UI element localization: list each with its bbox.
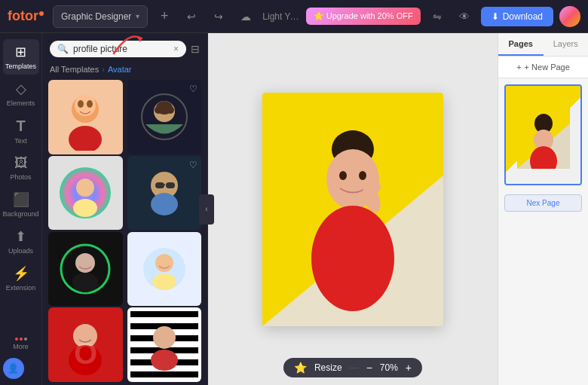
extension-icon: ⚡ <box>13 265 29 282</box>
redo-icon: ↪ <box>214 11 223 23</box>
plus-icon: + <box>516 63 521 72</box>
share-button[interactable]: ⇋ <box>427 6 448 27</box>
file-title: Light Yellow Simple Profile Pict... <box>262 11 299 22</box>
filter-button[interactable]: ⊟ <box>191 43 200 55</box>
eye-icon: 👁 <box>459 11 470 23</box>
tool-selector[interactable]: Graphic Designer ▾ <box>53 5 148 28</box>
sidebar-item-elements[interactable]: ◇ Elements <box>3 76 39 112</box>
canvas-person-illustration <box>277 115 428 326</box>
next-page-button[interactable]: Nex Page <box>504 194 582 212</box>
search-icon: 🔍 <box>57 44 69 54</box>
sidebar-icons: ⊞ Templates ◇ Elements T Text 🖼 Photos ⬛… <box>0 33 42 385</box>
undo-icon: ↩ <box>187 11 196 23</box>
breadcrumb-current: Avatar <box>108 65 132 74</box>
breadcrumb: All Templates › Avatar <box>42 62 207 80</box>
zoom-level: 70% <box>380 362 398 373</box>
templates-panel: 🔍 × ⊟ All Templates › Avatar <box>42 33 208 385</box>
sidebar-bottom: More 👤 <box>3 333 39 379</box>
svg-point-37 <box>345 130 360 145</box>
logo-dot <box>39 11 44 16</box>
canvas-bottom-bar: ⭐ Resize — − 70% + <box>283 358 422 377</box>
undo-button[interactable]: ↩ <box>181 6 202 27</box>
template-card-7[interactable]: O <box>48 307 123 382</box>
upgrade-button[interactable]: ⭐ Upgrade with 20% OFF <box>306 8 421 25</box>
sidebar-item-text[interactable]: T Text <box>3 113 39 149</box>
sidebar-item-more[interactable]: More <box>3 333 39 355</box>
arrow-indicator <box>110 33 148 60</box>
sidebar-item-photos[interactable]: 🖼 Photos <box>3 151 39 185</box>
right-panel-tabs: Pages Layers <box>498 33 588 57</box>
user-icon: 👤 <box>8 363 19 374</box>
template-card-4[interactable]: ♡ <box>127 156 202 231</box>
cloud-icon: ☁ <box>240 11 251 23</box>
thumbnail-preview <box>506 86 580 184</box>
chevron-down-icon: ▾ <box>136 12 139 20</box>
upgrade-star-icon: ⭐ <box>314 11 324 20</box>
template-card-1[interactable] <box>48 80 123 154</box>
canvas-document[interactable] <box>262 93 443 326</box>
canvas-inner <box>262 93 443 326</box>
page-thumbnail-1[interactable] <box>504 84 582 185</box>
zoom-separator: — <box>350 362 359 373</box>
template-card-6[interactable]: ♡ <box>127 232 202 307</box>
tab-layers[interactable]: Layers <box>544 33 589 56</box>
share-icon: ⇋ <box>433 11 442 23</box>
text-icon: T <box>16 118 25 135</box>
sidebar-item-background[interactable]: ⬛ Background <box>3 187 39 222</box>
elements-icon: ◇ <box>16 81 26 97</box>
templates-grid: ♡ <box>42 80 207 385</box>
add-page-button[interactable]: + <box>154 6 175 27</box>
templates-icon: ⊞ <box>15 44 26 60</box>
zoom-plus-button[interactable]: + <box>406 362 412 374</box>
chevron-left-icon: ‹ <box>205 205 207 213</box>
more-dots-icon <box>15 338 27 341</box>
zoom-minus-button[interactable]: − <box>366 362 372 374</box>
cloud-save-button[interactable]: ☁ <box>235 6 256 27</box>
sidebar-item-extension[interactable]: ⚡ Extension <box>3 261 39 296</box>
resize-label[interactable]: Resize <box>314 362 342 373</box>
redo-button[interactable]: ↪ <box>208 6 229 27</box>
template-card-3[interactable] <box>48 156 123 231</box>
svg-point-42 <box>311 206 394 311</box>
template-card-2[interactable]: ♡ <box>127 80 202 154</box>
breadcrumb-separator: › <box>102 65 105 74</box>
download-button[interactable]: ⬇ Download <box>481 7 553 26</box>
filter-icon: ⊟ <box>191 43 200 55</box>
svg-point-40 <box>359 171 366 180</box>
right-panel: Pages Layers + + New Page Nex Page <box>498 33 588 385</box>
template-card-8[interactable] <box>127 307 202 382</box>
sidebar-item-uploads[interactable]: ⬆ Uploads <box>3 224 39 259</box>
sidebar-user-avatar[interactable]: 👤 <box>3 358 24 379</box>
resize-star-icon: ⭐ <box>294 362 307 374</box>
fotor-logo: fotor <box>8 8 44 24</box>
new-page-button[interactable]: + + New Page <box>498 57 588 78</box>
background-icon: ⬛ <box>13 191 29 208</box>
canvas-area: ‹ <box>208 33 498 385</box>
photos-icon: 🖼 <box>14 155 28 171</box>
svg-point-39 <box>339 171 347 180</box>
sidebar-item-templates[interactable]: ⊞ Templates <box>3 39 39 75</box>
breadcrumb-root[interactable]: All Templates <box>50 65 99 74</box>
search-bar: 🔍 × ⊟ <box>42 33 207 62</box>
svg-point-44 <box>370 181 381 193</box>
download-icon: ⬇ <box>492 11 499 22</box>
tab-pages[interactable]: Pages <box>498 33 544 56</box>
template-card-5[interactable] <box>48 232 123 307</box>
preview-button[interactable]: 👁 <box>454 6 475 27</box>
search-clear-button[interactable]: × <box>173 44 179 54</box>
topbar: fotor Graphic Designer ▾ + ↩ ↪ ☁ Light Y… <box>0 0 588 33</box>
user-avatar[interactable] <box>559 6 580 27</box>
main-content: ⊞ Templates ◇ Elements T Text 🖼 Photos ⬛… <box>0 33 588 385</box>
panel-collapse-button[interactable]: ‹ <box>199 194 214 225</box>
uploads-icon: ⬆ <box>15 228 26 245</box>
